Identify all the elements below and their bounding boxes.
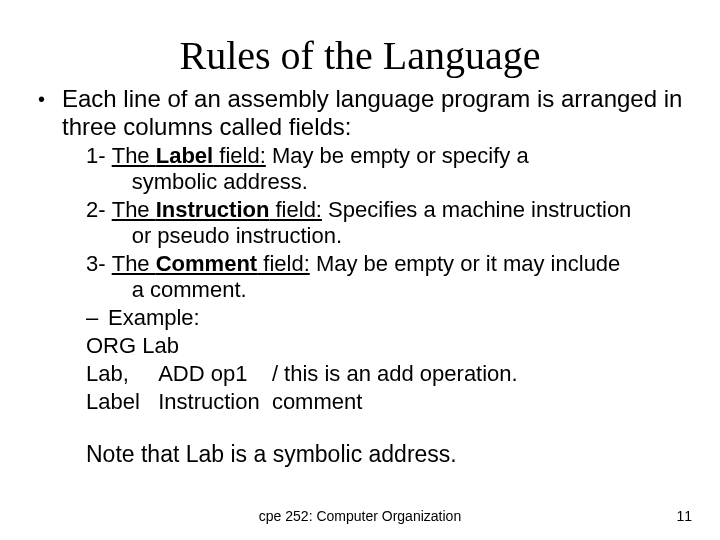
code-line-1: ORG Lab <box>86 333 674 359</box>
label-underline: The Comment field: <box>112 251 310 276</box>
item-body: The Label field: May be empty or specify… <box>112 143 674 195</box>
example-label: Example: <box>108 305 200 331</box>
code-line-2: Lab, ADD op1 / this is an add operation. <box>86 361 674 387</box>
field-item-2: 2- The Instruction field: Specifies a ma… <box>86 197 674 249</box>
item-body: The Comment field: May be empty or it ma… <box>112 251 674 303</box>
code-line-3: Label Instruction comment <box>86 389 674 415</box>
bullet-icon: • <box>36 85 62 113</box>
main-bullet: • Each line of an assembly language prog… <box>36 85 684 141</box>
slide: Rules of the Language • Each line of an … <box>0 0 720 540</box>
fields-list: 1- The Label field: May be empty or spec… <box>86 143 674 415</box>
dash-icon: – <box>86 305 108 331</box>
label-underline: The Label field: <box>112 143 266 168</box>
main-bullet-text: Each line of an assembly language progra… <box>62 85 684 141</box>
item-number: 1- <box>86 143 112 195</box>
footer-course: cpe 252: Computer Organization <box>0 508 720 524</box>
footer-page-number: 11 <box>676 508 692 524</box>
field-item-3: 3- The Comment field: May be empty or it… <box>86 251 674 303</box>
example-row: – Example: <box>86 305 674 331</box>
slide-title: Rules of the Language <box>36 32 684 79</box>
item-number: 3- <box>86 251 112 303</box>
item-body: The Instruction field: Specifies a machi… <box>112 197 674 249</box>
note-text: Note that Lab is a symbolic address. <box>86 441 684 468</box>
field-item-1: 1- The Label field: May be empty or spec… <box>86 143 674 195</box>
item-number: 2- <box>86 197 112 249</box>
label-underline: The Instruction field: <box>112 197 322 222</box>
